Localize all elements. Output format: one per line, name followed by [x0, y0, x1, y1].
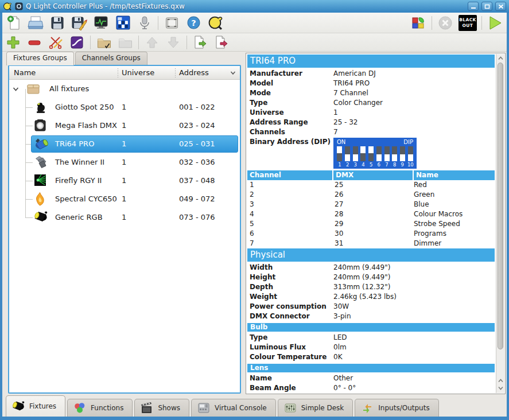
mode-tab[interactable]: Functions [67, 399, 133, 417]
tree-row[interactable]: Firefly RGY II 1 037 - 048 [9, 172, 240, 190]
move-up-icon[interactable] [144, 35, 160, 50]
channels-fade-config-icon[interactable] [69, 35, 85, 50]
new-group-icon[interactable] [96, 35, 112, 50]
add-fixture-icon[interactable] [5, 35, 21, 50]
scrollbar-thumb[interactable] [498, 63, 503, 349]
fixtures-tree: Name Universe Address All fixtures [8, 65, 241, 394]
address-tool-icon[interactable] [114, 14, 131, 32]
mode-tab[interactable]: Virtual Console [191, 399, 276, 417]
import-fixtures-icon[interactable] [192, 35, 208, 50]
group-tab[interactable]: Channels Groups [75, 52, 147, 65]
channel-name: Dimmer [411, 239, 495, 248]
mode-tab[interactable]: Inputs/Outputs [355, 399, 438, 417]
strobe-icon [33, 118, 49, 133]
window-menu-icon[interactable] [15, 2, 23, 10]
channel-name: Strobe Speed [411, 219, 495, 229]
dip-switch [353, 146, 358, 161]
expander-icon[interactable] [13, 86, 19, 92]
tree-row[interactable]: The Winner II 1 032 - 036 [9, 153, 240, 172]
mode-tab[interactable]: Shows [134, 399, 189, 417]
general-properties: Manufacturer American DJ Model TRI64 PRO… [247, 69, 495, 137]
scroll-up-icon[interactable] [498, 55, 504, 61]
group-tab-label: Channels Groups [82, 54, 141, 62]
toolbar-separator [186, 36, 187, 49]
scroll-up-icon[interactable] [498, 378, 504, 384]
save-as-icon[interactable] [71, 14, 88, 32]
tree-body: All fixtures Giotto Spot 250 1 001 - 022… [9, 80, 240, 392]
close-button[interactable] [495, 2, 506, 11]
audio-input-icon[interactable] [136, 14, 153, 32]
tree-row[interactable]: TRi64 PRO 1 025 - 031 [9, 135, 240, 153]
operate-mode-icon[interactable] [487, 14, 504, 32]
tree-row[interactable]: Mega Flash DMX 1 023 - 024 [9, 116, 240, 135]
mode-tab[interactable]: Fixtures [6, 395, 65, 417]
column-header-universe[interactable]: Universe [122, 68, 154, 77]
info-scrollbar[interactable] [496, 54, 504, 393]
export-fixtures-icon[interactable] [213, 35, 230, 50]
tree-row[interactable]: Giotto Spot 250 1 001 - 022 [9, 98, 240, 116]
dip-switch [337, 146, 342, 161]
new-workspace-icon[interactable] [5, 14, 22, 32]
channel-dmx: 29 [332, 219, 411, 229]
toolbar-separator [432, 16, 432, 30]
mode-tab-label: Shows [158, 404, 180, 412]
tree-row[interactable]: Generic RGB 1 073 - 076 [9, 208, 240, 227]
stop-all-functions-icon[interactable] [437, 14, 454, 32]
property-label: DMX Connector [250, 312, 333, 321]
binary-address-row: Binary Address (DIP) ON DIP 12345678910 [247, 138, 495, 169]
scanner-icon [33, 155, 49, 170]
channel-dmx: 28 [332, 209, 411, 219]
channel-name: Blue [411, 200, 495, 209]
property-row: Power consumption 30W [247, 302, 495, 312]
property-label: Power consumption [250, 302, 333, 312]
property-row: Height 240mm (9.449") [247, 273, 495, 282]
fixture-universe: 1 [122, 213, 126, 221]
fixtures-page: Fixtures Groups Channels Groups Name Uni… [2, 52, 507, 395]
help-icon[interactable]: ? [185, 14, 202, 32]
move-down-icon[interactable] [165, 35, 181, 50]
fixture-properties-icon[interactable] [48, 35, 64, 50]
functions-tab-icon [73, 401, 87, 415]
dmx-monitor-icon[interactable] [92, 14, 110, 32]
titlebar[interactable]: Q Light Controller Plus - /tmp/testFixtu… [0, 0, 509, 13]
remove-fixture-icon[interactable] [26, 35, 42, 50]
group-icon[interactable] [117, 35, 133, 50]
blackout-button[interactable]: BLACK OUT [459, 15, 477, 31]
tree-row[interactable]: Spectral CYC650 1 049 - 072 [9, 190, 240, 208]
about-qlcplus-icon[interactable] [207, 14, 224, 32]
channel-dmx: 25 [332, 180, 411, 190]
save-workspace-icon[interactable] [49, 14, 66, 32]
chevron-down-icon[interactable] [230, 71, 236, 75]
mode-tab-label: Fixtures [29, 402, 56, 410]
simple-desk-tab-icon [283, 401, 297, 415]
dip-number: 2 [345, 162, 351, 168]
fixture-universe: 1 [122, 139, 126, 148]
property-value: TRI64 PRO [333, 79, 370, 88]
column-header-name[interactable]: Name [14, 68, 36, 77]
column-header-address[interactable]: Address [179, 68, 209, 77]
minimize-button[interactable] [468, 2, 479, 11]
tree-row-all-fixtures[interactable]: All fixtures [9, 80, 240, 98]
property-label: Manufacturer [250, 69, 333, 79]
physical-properties: Width 240mm (9.449") Height 240mm (9.449… [247, 263, 495, 321]
fixture-title: TRI64 PRO [247, 55, 495, 68]
maximize-button[interactable] [481, 2, 492, 11]
property-label: Universe [250, 108, 333, 118]
fullscreen-icon[interactable] [163, 14, 180, 32]
shows-tab-icon [140, 401, 154, 415]
group-tab[interactable]: Fixtures Groups [6, 52, 74, 65]
qlcplus-logo-icon [3, 2, 12, 11]
tree-header[interactable]: Name Universe Address [9, 66, 240, 80]
column-separator[interactable] [118, 68, 118, 77]
mode-tab[interactable]: Simple Desk [278, 399, 353, 417]
name-col-header: Name [414, 170, 495, 180]
live-edit-icon[interactable] [410, 14, 427, 32]
open-workspace-icon[interactable] [27, 14, 44, 32]
mode-tab-label: Functions [91, 404, 123, 412]
channel-dmx: 30 [332, 229, 411, 239]
property-row: Beam Angle 0° - 0° [247, 383, 495, 392]
fixture-address: 037 - 048 [179, 176, 215, 185]
scroll-down-icon[interactable] [498, 385, 504, 391]
column-separator[interactable] [175, 68, 176, 77]
fixture-name: TRi64 PRO [55, 139, 94, 148]
